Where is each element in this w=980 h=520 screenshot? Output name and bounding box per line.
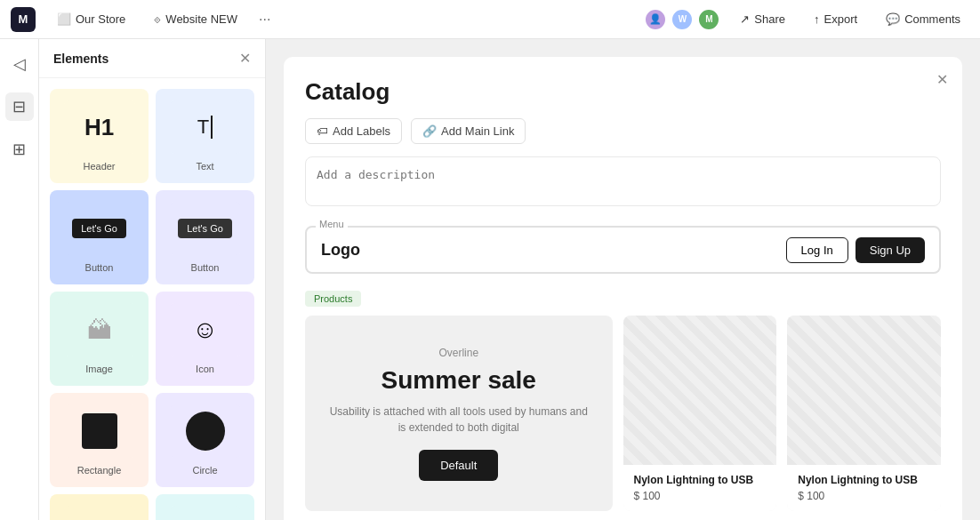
collapse-icon: ◁ <box>13 54 26 74</box>
comments-icon: 💬 <box>886 12 900 26</box>
export-icon: ↑ <box>814 12 820 26</box>
menu-signup-button[interactable]: Sign Up <box>855 237 925 263</box>
elements-grid: H1 Header T Text Let's Go Button <box>39 78 265 520</box>
element-card-button-dark[interactable]: Let's Go Button <box>50 190 149 284</box>
elements-header: Elements ✕ <box>39 39 265 78</box>
add-labels-label: Add Labels <box>333 124 390 138</box>
element-label-rectangle: Rectangle <box>77 465 122 476</box>
icon-preview: ☺ <box>192 316 218 344</box>
add-main-link-label: Add Main Link <box>441 124 514 138</box>
elements-panel: Elements ✕ H1 Header T Text Let's <box>39 39 266 520</box>
element-label-button-outline: Button <box>191 262 220 273</box>
avatar-m: M <box>697 8 720 31</box>
element-card-button-line[interactable]: Button <box>156 494 254 520</box>
avatar-group: 👤 W M <box>644 8 720 31</box>
element-label-icon: Icon <box>196 364 214 374</box>
element-label-button-dark: Button <box>85 262 114 273</box>
header-preview: H1 <box>84 114 114 141</box>
comments-label: Comments <box>904 12 960 26</box>
share-label: Share <box>754 12 785 26</box>
product-info-1: Nylon Lightning to USB $ 100 <box>623 465 777 511</box>
element-card-image[interactable]: 🏔 Image <box>50 292 149 386</box>
product-image-1 <box>623 316 777 465</box>
comments-button[interactable]: 💬 Comments <box>877 9 969 29</box>
menu-login-button[interactable]: Log In <box>786 237 848 263</box>
link-icon: 🔗 <box>422 124 437 138</box>
product-name-2: Nylon Lightning to USB <box>798 474 930 486</box>
menu-preview: Menu Logo Log In Sign Up <box>305 226 941 274</box>
website-label: Website NEW <box>165 12 237 26</box>
element-label-header: Header <box>83 161 115 172</box>
website-nav-item[interactable]: ⟐ Website NEW <box>147 9 245 29</box>
element-label-circle: Circle <box>192 465 217 476</box>
description-field[interactable] <box>305 156 941 206</box>
element-card-input[interactable]: Input <box>50 494 149 520</box>
components-button[interactable]: ⊞ <box>5 135 34 164</box>
product-image-2 <box>787 316 941 465</box>
components-icon: ⊞ <box>12 140 26 159</box>
element-card-header[interactable]: H1 Header <box>50 89 149 183</box>
more-options-button[interactable]: ··· <box>259 12 270 28</box>
export-label: Export <box>824 12 858 26</box>
element-card-text[interactable]: T Text <box>156 89 254 183</box>
add-main-link-button[interactable]: 🔗 Add Main Link <box>411 118 526 144</box>
circle-preview <box>186 412 225 451</box>
menu-buttons: Log In Sign Up <box>786 237 925 263</box>
element-label-text: Text <box>196 161 213 172</box>
store-icon: ⬜ <box>57 12 71 26</box>
product-price-2: $ 100 <box>798 490 930 502</box>
product-info-2: Nylon Lightning to USB $ 100 <box>787 465 941 511</box>
share-icon: ↗ <box>740 12 750 26</box>
menu-label: Menu <box>316 219 348 229</box>
export-button[interactable]: ↑ Export <box>805 9 866 29</box>
catalog-panel: ✕ Catalog 🏷 Add Labels 🔗 Add Main Link M… <box>284 57 962 520</box>
product-sale-title: Summer sale <box>326 366 591 395</box>
label-icon: 🏷 <box>317 124 328 138</box>
text-preview: T <box>197 116 213 139</box>
website-icon: ⟐ <box>154 12 161 26</box>
image-preview: 🏔 <box>87 316 112 345</box>
pages-icon: ⊟ <box>12 97 26 116</box>
product-card-2[interactable]: Nylon Lightning to USB $ 100 <box>787 316 941 511</box>
products-badge: Products <box>305 291 361 307</box>
element-card-circle[interactable]: Circle <box>156 393 254 487</box>
collapse-sidebar-button[interactable]: ◁ <box>5 50 34 78</box>
elements-title: Elements <box>53 52 108 66</box>
sidebar-icons: ◁ ⊟ ⊞ <box>0 39 39 520</box>
elements-close-button[interactable]: ✕ <box>239 50 251 67</box>
product-overline: Overline <box>326 347 591 359</box>
element-card-rectangle[interactable]: Rectangle <box>50 393 149 487</box>
products-section: Products Overline Summer sale Usability … <box>305 290 941 511</box>
product-hero-content: Overline Summer sale Usability is attach… <box>305 325 613 502</box>
add-labels-button[interactable]: 🏷 Add Labels <box>305 118 402 144</box>
element-card-button-outline[interactable]: Let's Go Button <box>156 190 254 284</box>
pages-button[interactable]: ⊟ <box>5 92 34 121</box>
canvas-area: ✕ Catalog 🏷 Add Labels 🔗 Add Main Link M… <box>266 39 980 520</box>
product-name-1: Nylon Lightning to USB <box>634 474 767 486</box>
product-card-1[interactable]: Nylon Lightning to USB $ 100 <box>623 316 777 511</box>
element-card-icon[interactable]: ☺ Icon <box>156 292 254 386</box>
products-grid: Overline Summer sale Usability is attach… <box>305 316 941 511</box>
product-price-1: $ 100 <box>634 490 767 502</box>
product-default-button[interactable]: Default <box>419 450 498 481</box>
menu-logo: Logo <box>321 241 360 260</box>
topbar-left: M ⬜ Our Store ⟐ Website NEW ··· <box>11 7 270 32</box>
element-label-image: Image <box>85 364 113 374</box>
share-button[interactable]: ↗ Share <box>731 9 794 29</box>
topbar: M ⬜ Our Store ⟐ Website NEW ··· 👤 W M ↗ … <box>0 0 980 39</box>
catalog-actions: 🏷 Add Labels 🔗 Add Main Link <box>305 118 941 144</box>
button-outline-preview: Let's Go <box>178 219 232 238</box>
avatar-user: 👤 <box>644 8 667 31</box>
main-layout: ◁ ⊟ ⊞ Elements ✕ H1 Header T <box>0 39 980 520</box>
store-label: Our Store <box>76 12 125 26</box>
product-hero-card: Overline Summer sale Usability is attach… <box>305 316 613 511</box>
product-description: Usability is attached with all tools use… <box>326 404 591 436</box>
avatar-w: W <box>671 8 694 31</box>
store-nav-item[interactable]: ⬜ Our Store <box>50 9 133 29</box>
catalog-title: Catalog <box>305 78 941 106</box>
app-logo[interactable]: M <box>11 7 36 32</box>
button-dark-preview: Let's Go <box>72 219 126 238</box>
catalog-close-button[interactable]: ✕ <box>936 71 948 88</box>
topbar-right: 👤 W M ↗ Share ↑ Export 💬 Comments <box>644 8 969 31</box>
rectangle-preview <box>82 413 117 449</box>
